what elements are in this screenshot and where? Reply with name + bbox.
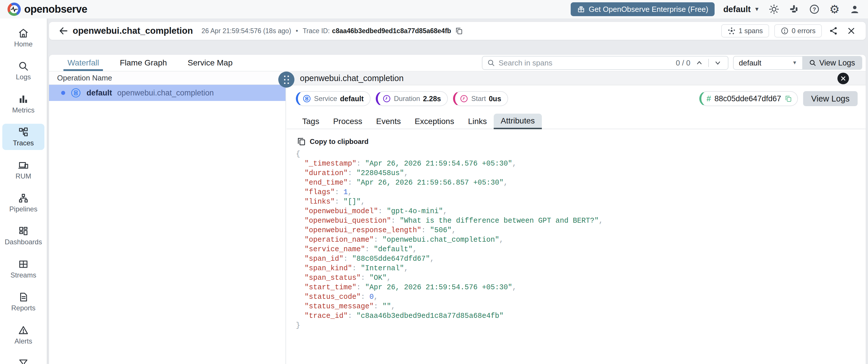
help-button[interactable]: ?: [809, 3, 820, 15]
chip-value: default: [340, 95, 364, 103]
view-logs-label: View Logs: [819, 59, 855, 67]
pane-resize-handle[interactable]: [278, 71, 294, 88]
sidebar-item-traces[interactable]: Traces: [2, 124, 44, 150]
chip-label: Service: [314, 95, 337, 103]
settings-button[interactable]: ⚙: [829, 3, 840, 15]
share-button[interactable]: [827, 25, 840, 37]
service-chip: Service default: [296, 91, 371, 106]
trace-icon: [18, 127, 29, 138]
get-enterprise-button[interactable]: Get OpenObserve Enterprise (Free): [571, 2, 715, 16]
divider: [708, 59, 709, 67]
view-logs-button-top[interactable]: View Logs: [802, 57, 862, 69]
devices-icon: [18, 160, 29, 171]
detail-tab-process[interactable]: Process: [326, 114, 369, 129]
sidebar-item-label: Logs: [16, 73, 31, 81]
copy-to-clipboard-button[interactable]: Copy to clipboard: [297, 137, 369, 146]
search-match-counter: 0 / 0: [676, 59, 690, 67]
spans-badge: 1 spans: [721, 24, 769, 37]
detail-tab-attributes[interactable]: Attributes: [494, 114, 541, 129]
search-in-spans-input[interactable]: [499, 59, 672, 67]
error-circle-icon: [781, 27, 789, 35]
streams-icon: [18, 259, 29, 270]
sidebar-item-rum[interactable]: RUM: [2, 157, 44, 183]
detail-tab-links[interactable]: Links: [461, 114, 494, 129]
start-chip: Start 0us: [453, 91, 508, 106]
span-dot-icon: [61, 91, 65, 95]
sidebar-item-reports[interactable]: Reports: [2, 289, 44, 315]
view-logs-button-detail[interactable]: View Logs: [803, 91, 858, 106]
sidebar-item-label: Streams: [10, 271, 36, 279]
tab-flame-graph[interactable]: Flame Graph: [109, 55, 177, 71]
sidebar-item-label: Pipelines: [9, 205, 37, 213]
stream-selector[interactable]: default ▼: [734, 57, 802, 69]
close-details-button[interactable]: [837, 73, 849, 84]
json-line: "openwebui_question": "What is the diffe…: [296, 216, 866, 225]
gear-icon: ⚙: [829, 3, 840, 15]
previous-match-button[interactable]: [694, 57, 705, 68]
back-button[interactable]: [57, 25, 70, 37]
close-trace-button[interactable]: [845, 25, 858, 37]
sidebar-item-label: RUM: [16, 173, 31, 180]
tab-waterfall[interactable]: Waterfall: [57, 55, 109, 71]
sidebar-item-pipelines[interactable]: Pipelines: [2, 190, 44, 216]
sidebar-item-metrics[interactable]: Metrics: [2, 91, 44, 117]
span-row[interactable]: default openwebui.chat_completion: [49, 85, 285, 101]
sidebar-item-logs[interactable]: Logs: [2, 58, 44, 84]
dashboard-icon: [18, 225, 29, 237]
clock-icon: [382, 94, 391, 103]
duration-chip: Duration 2.28s: [376, 91, 448, 106]
org-selector[interactable]: default ▼: [723, 5, 760, 14]
enterprise-button-label: Get OpenObserve Enterprise (Free): [589, 5, 708, 14]
trace-id-value: c8aa46b3edbed9ed1c8a77d85a68e4fb: [332, 27, 451, 35]
sidebar-item-dashboards[interactable]: Dashboards: [2, 223, 44, 249]
sidebar-item-home[interactable]: Home: [2, 25, 44, 51]
detail-tab-exceptions[interactable]: Exceptions: [408, 114, 461, 129]
sidebar-item-label: Alerts: [14, 337, 32, 345]
json-line: "end_time": "Apr 26, 2026 21:59:56.857 +…: [296, 178, 866, 187]
tab-service-map[interactable]: Service Map: [177, 55, 243, 71]
sidebar-item-label: Dashboards: [5, 238, 42, 246]
sidebar-item-data-sources[interactable]: Data sources: [2, 355, 44, 364]
detail-tab-tags[interactable]: Tags: [295, 114, 326, 129]
next-match-button[interactable]: [712, 57, 723, 68]
dot-separator: •: [296, 27, 298, 35]
chevron-down-icon: ▼: [792, 60, 797, 66]
slack-button[interactable]: [788, 3, 800, 15]
openobserve-logo-icon: [7, 3, 21, 16]
copy-span-id-button[interactable]: [785, 95, 792, 102]
gift-icon: [577, 5, 585, 13]
json-line: "span_kind": "Internal",: [296, 264, 866, 273]
json-line: "operation_name": "openwebui.chat_comple…: [296, 235, 866, 245]
report-icon: [18, 292, 29, 303]
profile-button[interactable]: [849, 3, 861, 15]
trace-header: openwebui.chat_completion 26 Apr 21:59:5…: [49, 22, 866, 40]
openobserve-logo[interactable]: openobserve: [7, 3, 87, 16]
funnel-icon: [18, 358, 29, 364]
json-line: "_timestamp": "Apr 26, 2026 21:59:54.576…: [296, 159, 866, 169]
errors-badge: 0 errors: [774, 24, 822, 37]
copy-icon: [297, 137, 306, 146]
home-icon: [18, 28, 29, 39]
json-line: "openwebui_response_length": "506",: [296, 225, 866, 235]
detail-tab-events[interactable]: Events: [369, 114, 408, 129]
json-line: }: [296, 321, 866, 330]
json-line: "service_name": "default",: [296, 245, 866, 254]
span-meta-row: Service default Duration 2.28s: [296, 91, 858, 106]
sidebar: HomeLogsMetricsTracesRUMPipelinesDashboa…: [0, 19, 47, 364]
sidebar-item-streams[interactable]: Streams: [2, 256, 44, 282]
theme-toggle-button[interactable]: [768, 3, 780, 15]
view-tabs: WaterfallFlame GraphService Map: [49, 55, 243, 71]
json-line: "span_status": "OK",: [296, 273, 866, 283]
span-search-group: 0 / 0: [482, 56, 728, 70]
chip-value: 0us: [489, 95, 501, 103]
copy-to-clipboard-label: Copy to clipboard: [310, 138, 369, 146]
copy-trace-id-button[interactable]: [455, 27, 463, 35]
json-line: "flags": 1,: [296, 187, 866, 197]
openobserve-app: openobserve Get OpenObserve Enterprise (…: [0, 0, 868, 364]
pipeline-icon: [18, 193, 29, 204]
json-line: "duration": "2280458us",: [296, 169, 866, 178]
errors-badge-label: 0 errors: [792, 27, 815, 35]
sidebar-item-alerts[interactable]: Alerts: [2, 322, 44, 348]
span-details-pane: openwebui.chat_completion: [287, 71, 866, 364]
json-line: "start_time": "Apr 26, 2026 21:59:54.576…: [296, 283, 866, 292]
